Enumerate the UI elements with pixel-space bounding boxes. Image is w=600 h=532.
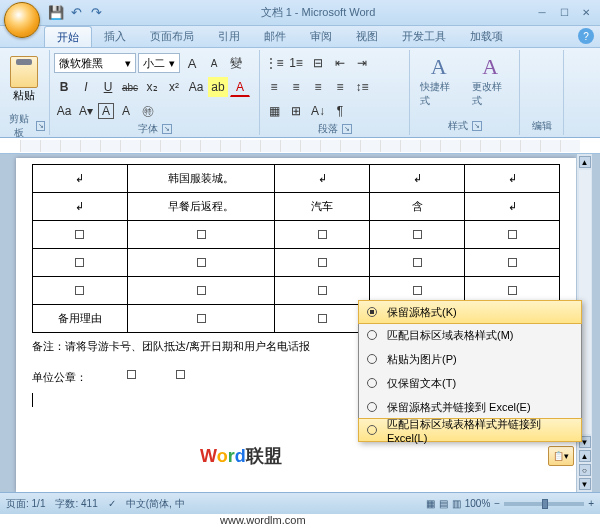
multilevel-button[interactable]: ⊟ [308, 53, 328, 73]
superscript-button[interactable]: x² [164, 77, 184, 97]
change-styles-button[interactable]: A更改样式 [466, 52, 516, 119]
zoom-controls: ▦ ▤ ▥ 100% − + [426, 498, 594, 509]
char-shading-button[interactable]: A [116, 101, 136, 121]
window-controls: ─ ☐ ✕ [532, 6, 596, 20]
scroll-up-icon[interactable]: ▲ [579, 156, 591, 168]
paste-button[interactable]: 粘贴 [6, 52, 42, 119]
quick-styles-button[interactable]: A快捷样式 [414, 52, 464, 119]
menu-paste-picture[interactable]: 粘贴为图片(P) [359, 347, 581, 371]
zoom-in-button[interactable]: + [588, 498, 594, 509]
group-paragraph: ⋮≡ 1≡ ⊟ ⇤ ⇥ ≡ ≡ ≡ ≡ ↕≡ ▦ ⊞ A↓ ¶ 段落↘ [260, 50, 410, 135]
font-color-button[interactable]: A [230, 77, 250, 97]
paste-icon [10, 56, 38, 88]
radio-icon [367, 378, 377, 388]
tab-layout[interactable]: 页面布局 [138, 26, 206, 47]
table-row: ↲早餐后返程。汽车含↲ [33, 193, 560, 221]
office-button[interactable] [4, 2, 40, 38]
highlight-button[interactable]: ab [208, 77, 228, 97]
tab-developer[interactable]: 开发工具 [390, 26, 458, 47]
redo-icon[interactable]: ↷ [88, 5, 104, 21]
shrink-font-button[interactable]: A [204, 53, 224, 73]
tab-view[interactable]: 视图 [344, 26, 390, 47]
text-effects-button[interactable]: A▾ [76, 101, 96, 121]
next-page-icon[interactable]: ▼ [579, 478, 591, 490]
menu-keep-source[interactable]: 保留源格式(K) [358, 300, 582, 324]
menu-text-only[interactable]: 仅保留文本(T) [359, 371, 581, 395]
document-area: ↲韩国服装城。↲↲↲ ↲早餐后返程。汽车含↲ 备用理由 备注：请将导游卡号、团队… [0, 154, 600, 492]
browse-object-icon[interactable]: ○ [579, 464, 591, 476]
spell-check-icon[interactable]: ✓ [108, 498, 116, 509]
undo-icon[interactable]: ↶ [68, 5, 84, 21]
radio-icon [367, 402, 377, 412]
clear-format-button[interactable]: Aa [54, 101, 74, 121]
sort-button[interactable]: A↓ [308, 101, 328, 121]
show-marks-button[interactable]: ¶ [330, 101, 350, 121]
menu-keep-source-link[interactable]: 保留源格式并链接到 Excel(E) [359, 395, 581, 419]
group-font: 微软雅黑▾ 小二▾ A A 變 B I U abc x₂ x² Aa ab A … [50, 50, 260, 135]
char-border-button[interactable]: A [98, 103, 114, 119]
tab-addins[interactable]: 加载项 [458, 26, 515, 47]
phonetic-button[interactable]: 變 [226, 53, 246, 73]
shading-button[interactable]: ▦ [264, 101, 284, 121]
tab-mailings[interactable]: 邮件 [252, 26, 298, 47]
clipboard-label: 剪贴板 [6, 112, 32, 140]
page-indicator[interactable]: 页面: 1/1 [6, 497, 45, 511]
editing-label: 编辑 [532, 119, 552, 133]
ruler[interactable] [0, 138, 600, 154]
save-icon[interactable]: 💾 [48, 5, 64, 21]
grow-font-button[interactable]: A [182, 53, 202, 73]
tab-insert[interactable]: 插入 [92, 26, 138, 47]
tab-references[interactable]: 引用 [206, 26, 252, 47]
radio-icon [367, 354, 377, 364]
maximize-button[interactable]: ☐ [554, 6, 574, 20]
align-left-button[interactable]: ≡ [264, 77, 284, 97]
quick-access-toolbar: 💾 ↶ ↷ [48, 5, 104, 21]
minimize-button[interactable]: ─ [532, 6, 552, 20]
zoom-slider[interactable] [504, 502, 584, 506]
menu-match-dest-link[interactable]: 匹配目标区域表格样式并链接到 Excel(L) [358, 418, 582, 442]
subscript-button[interactable]: x₂ [142, 77, 162, 97]
align-justify-button[interactable]: ≡ [330, 77, 350, 97]
para-launcher-icon[interactable]: ↘ [342, 124, 352, 134]
view-read-icon[interactable]: ▤ [439, 498, 448, 509]
styles-label: 样式 [448, 119, 468, 133]
bold-button[interactable]: B [54, 77, 74, 97]
zoom-out-button[interactable]: − [494, 498, 500, 509]
paste-options-button[interactable]: 📋▾ [548, 446, 574, 466]
case-button[interactable]: Aa [186, 77, 206, 97]
font-launcher-icon[interactable]: ↘ [162, 124, 172, 134]
align-right-button[interactable]: ≡ [308, 77, 328, 97]
tab-review[interactable]: 审阅 [298, 26, 344, 47]
strike-button[interactable]: abc [120, 77, 140, 97]
align-center-button[interactable]: ≡ [286, 77, 306, 97]
zoom-level[interactable]: 100% [465, 498, 491, 509]
tab-home[interactable]: 开始 [44, 26, 92, 47]
zoom-thumb[interactable] [542, 499, 548, 509]
font-label: 字体 [138, 122, 158, 136]
language-indicator[interactable]: 中文(简体, 中 [126, 497, 185, 511]
font-size-select[interactable]: 小二▾ [138, 53, 180, 73]
underline-button[interactable]: U [98, 77, 118, 97]
radio-icon [367, 425, 377, 435]
radio-icon [367, 330, 377, 340]
borders-button[interactable]: ⊞ [286, 101, 306, 121]
word-count[interactable]: 字数: 411 [55, 497, 97, 511]
prev-page-icon[interactable]: ▲ [579, 450, 591, 462]
font-name-select[interactable]: 微软雅黑▾ [54, 53, 136, 73]
styles-launcher-icon[interactable]: ↘ [472, 121, 482, 131]
bullets-button[interactable]: ⋮≡ [264, 53, 284, 73]
enclose-button[interactable]: ㊕ [138, 101, 158, 121]
help-icon[interactable]: ? [578, 28, 594, 44]
view-print-icon[interactable]: ▦ [426, 498, 435, 509]
clipboard-launcher-icon[interactable]: ↘ [36, 121, 45, 131]
line-spacing-button[interactable]: ↕≡ [352, 77, 372, 97]
numbering-button[interactable]: 1≡ [286, 53, 306, 73]
view-web-icon[interactable]: ▥ [452, 498, 461, 509]
watermark: Word联盟 [200, 444, 282, 468]
inc-indent-button[interactable]: ⇥ [352, 53, 372, 73]
italic-button[interactable]: I [76, 77, 96, 97]
menu-match-dest[interactable]: 匹配目标区域表格样式(M) [359, 323, 581, 347]
dec-indent-button[interactable]: ⇤ [330, 53, 350, 73]
title-bar: 💾 ↶ ↷ 文档 1 - Microsoft Word ─ ☐ ✕ [0, 0, 600, 26]
close-button[interactable]: ✕ [576, 6, 596, 20]
